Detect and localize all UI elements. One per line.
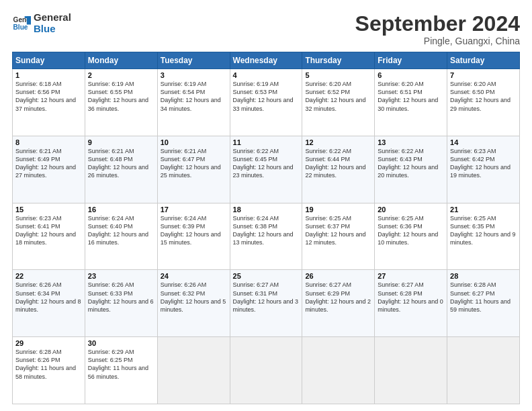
day-info: Sunrise: 6:22 AMSunset: 6:45 PMDaylight:… bbox=[233, 147, 300, 180]
day-info: Sunrise: 6:24 AMSunset: 6:40 PMDaylight:… bbox=[88, 214, 154, 247]
table-row: 1Sunrise: 6:18 AMSunset: 6:56 PMDaylight… bbox=[13, 69, 85, 136]
logo-text-block: General Blue bbox=[34, 12, 71, 34]
day-info: Sunrise: 6:19 AMSunset: 6:54 PMDaylight:… bbox=[161, 80, 227, 113]
table-row: 21Sunrise: 6:25 AMSunset: 6:35 PMDayligh… bbox=[447, 203, 520, 270]
table-row: 3Sunrise: 6:19 AMSunset: 6:54 PMDaylight… bbox=[157, 69, 230, 136]
day-info: Sunrise: 6:24 AMSunset: 6:39 PMDaylight:… bbox=[161, 214, 227, 247]
header: General Blue General Blue September 2024… bbox=[12, 12, 520, 46]
day-number: 19 bbox=[305, 205, 371, 214]
col-tuesday: Tuesday bbox=[157, 52, 230, 69]
location-subtitle: Pingle, Guangxi, China bbox=[355, 36, 520, 46]
table-row bbox=[447, 337, 520, 404]
day-number: 5 bbox=[305, 71, 371, 79]
table-row: 11Sunrise: 6:22 AMSunset: 6:45 PMDayligh… bbox=[230, 136, 302, 203]
day-info: Sunrise: 6:26 AMSunset: 6:33 PMDaylight:… bbox=[88, 281, 154, 314]
svg-marker-3 bbox=[25, 16, 31, 18]
day-info: Sunrise: 6:27 AMSunset: 6:28 PMDaylight:… bbox=[378, 281, 444, 314]
logo-line1: General bbox=[34, 12, 71, 24]
month-title: September 2024 bbox=[355, 12, 520, 36]
day-info: Sunrise: 6:27 AMSunset: 6:31 PMDaylight:… bbox=[233, 281, 300, 314]
day-info: Sunrise: 6:21 AMSunset: 6:49 PMDaylight:… bbox=[15, 147, 82, 180]
table-row bbox=[157, 337, 230, 404]
day-number: 24 bbox=[161, 272, 227, 280]
day-info: Sunrise: 6:19 AMSunset: 6:53 PMDaylight:… bbox=[233, 80, 300, 113]
day-number: 8 bbox=[15, 138, 82, 146]
table-row: 19Sunrise: 6:25 AMSunset: 6:37 PMDayligh… bbox=[302, 203, 375, 270]
table-row: 12Sunrise: 6:22 AMSunset: 6:44 PMDayligh… bbox=[302, 136, 375, 203]
logo: General Blue General Blue bbox=[12, 12, 71, 34]
day-number: 23 bbox=[88, 272, 154, 280]
day-number: 30 bbox=[88, 339, 154, 347]
day-number: 11 bbox=[233, 138, 300, 146]
calendar-week-row: 8Sunrise: 6:21 AMSunset: 6:49 PMDaylight… bbox=[13, 136, 520, 203]
day-info: Sunrise: 6:20 AMSunset: 6:52 PMDaylight:… bbox=[305, 80, 371, 113]
day-number: 2 bbox=[88, 71, 154, 79]
table-row: 15Sunrise: 6:23 AMSunset: 6:41 PMDayligh… bbox=[13, 203, 85, 270]
col-thursday: Thursday bbox=[302, 52, 375, 69]
day-number: 3 bbox=[161, 71, 227, 79]
day-number: 1 bbox=[15, 71, 82, 79]
day-info: Sunrise: 6:21 AMSunset: 6:47 PMDaylight:… bbox=[161, 147, 227, 180]
table-row: 25Sunrise: 6:27 AMSunset: 6:31 PMDayligh… bbox=[230, 270, 302, 337]
day-number: 16 bbox=[88, 205, 154, 214]
day-number: 29 bbox=[15, 339, 82, 347]
table-row: 28Sunrise: 6:28 AMSunset: 6:27 PMDayligh… bbox=[447, 270, 520, 337]
logo-line2: Blue bbox=[34, 24, 71, 35]
day-info: Sunrise: 6:25 AMSunset: 6:36 PMDaylight:… bbox=[378, 214, 444, 247]
table-row: 10Sunrise: 6:21 AMSunset: 6:47 PMDayligh… bbox=[157, 136, 230, 203]
day-info: Sunrise: 6:25 AMSunset: 6:37 PMDaylight:… bbox=[305, 214, 371, 247]
day-info: Sunrise: 6:22 AMSunset: 6:44 PMDaylight:… bbox=[305, 147, 371, 180]
day-info: Sunrise: 6:28 AMSunset: 6:26 PMDaylight:… bbox=[15, 348, 82, 381]
day-number: 21 bbox=[450, 205, 517, 214]
col-friday: Friday bbox=[375, 52, 447, 69]
day-info: Sunrise: 6:18 AMSunset: 6:56 PMDaylight:… bbox=[15, 80, 82, 113]
title-block: September 2024 Pingle, Guangxi, China bbox=[355, 12, 520, 46]
calendar-week-row: 29Sunrise: 6:28 AMSunset: 6:26 PMDayligh… bbox=[13, 337, 520, 404]
table-row: 7Sunrise: 6:20 AMSunset: 6:50 PMDaylight… bbox=[447, 69, 520, 136]
day-number: 13 bbox=[378, 138, 444, 146]
day-info: Sunrise: 6:22 AMSunset: 6:43 PMDaylight:… bbox=[378, 147, 444, 180]
day-number: 14 bbox=[450, 138, 517, 146]
calendar-week-row: 15Sunrise: 6:23 AMSunset: 6:41 PMDayligh… bbox=[13, 203, 520, 270]
table-row: 4Sunrise: 6:19 AMSunset: 6:53 PMDaylight… bbox=[230, 69, 302, 136]
day-info: Sunrise: 6:19 AMSunset: 6:55 PMDaylight:… bbox=[88, 80, 154, 113]
day-number: 4 bbox=[233, 71, 300, 79]
logo-icon: General Blue bbox=[12, 14, 31, 33]
svg-text:Blue: Blue bbox=[13, 24, 28, 31]
table-row: 8Sunrise: 6:21 AMSunset: 6:49 PMDaylight… bbox=[13, 136, 85, 203]
day-number: 26 bbox=[305, 272, 371, 280]
table-row: 9Sunrise: 6:21 AMSunset: 6:48 PMDaylight… bbox=[85, 136, 157, 203]
table-row: 20Sunrise: 6:25 AMSunset: 6:36 PMDayligh… bbox=[375, 203, 447, 270]
day-number: 7 bbox=[450, 71, 517, 79]
day-info: Sunrise: 6:23 AMSunset: 6:42 PMDaylight:… bbox=[450, 147, 517, 180]
table-row bbox=[375, 337, 447, 404]
day-number: 28 bbox=[450, 272, 517, 280]
day-number: 12 bbox=[305, 138, 371, 146]
day-info: Sunrise: 6:28 AMSunset: 6:27 PMDaylight:… bbox=[450, 281, 517, 314]
day-number: 6 bbox=[378, 71, 444, 79]
table-row: 6Sunrise: 6:20 AMSunset: 6:51 PMDaylight… bbox=[375, 69, 447, 136]
table-row bbox=[230, 337, 302, 404]
table-row: 18Sunrise: 6:24 AMSunset: 6:38 PMDayligh… bbox=[230, 203, 302, 270]
calendar-week-row: 1Sunrise: 6:18 AMSunset: 6:56 PMDaylight… bbox=[13, 69, 520, 136]
day-info: Sunrise: 6:23 AMSunset: 6:41 PMDaylight:… bbox=[15, 214, 82, 247]
table-row: 24Sunrise: 6:26 AMSunset: 6:32 PMDayligh… bbox=[157, 270, 230, 337]
page: General Blue General Blue September 2024… bbox=[0, 0, 532, 411]
table-row: 23Sunrise: 6:26 AMSunset: 6:33 PMDayligh… bbox=[85, 270, 157, 337]
day-info: Sunrise: 6:20 AMSunset: 6:50 PMDaylight:… bbox=[450, 80, 517, 113]
day-info: Sunrise: 6:26 AMSunset: 6:32 PMDaylight:… bbox=[161, 281, 227, 314]
table-row: 26Sunrise: 6:27 AMSunset: 6:29 PMDayligh… bbox=[302, 270, 375, 337]
day-number: 17 bbox=[161, 205, 227, 214]
day-number: 15 bbox=[15, 205, 82, 214]
day-info: Sunrise: 6:24 AMSunset: 6:38 PMDaylight:… bbox=[233, 214, 300, 247]
table-row: 13Sunrise: 6:22 AMSunset: 6:43 PMDayligh… bbox=[375, 136, 447, 203]
day-number: 18 bbox=[233, 205, 300, 214]
day-info: Sunrise: 6:27 AMSunset: 6:29 PMDaylight:… bbox=[305, 281, 371, 314]
table-row: 17Sunrise: 6:24 AMSunset: 6:39 PMDayligh… bbox=[157, 203, 230, 270]
day-info: Sunrise: 6:21 AMSunset: 6:48 PMDaylight:… bbox=[88, 147, 154, 180]
col-wednesday: Wednesday bbox=[230, 52, 302, 69]
day-number: 10 bbox=[161, 138, 227, 146]
table-row: 5Sunrise: 6:20 AMSunset: 6:52 PMDaylight… bbox=[302, 69, 375, 136]
day-number: 9 bbox=[88, 138, 154, 146]
table-row: 2Sunrise: 6:19 AMSunset: 6:55 PMDaylight… bbox=[85, 69, 157, 136]
